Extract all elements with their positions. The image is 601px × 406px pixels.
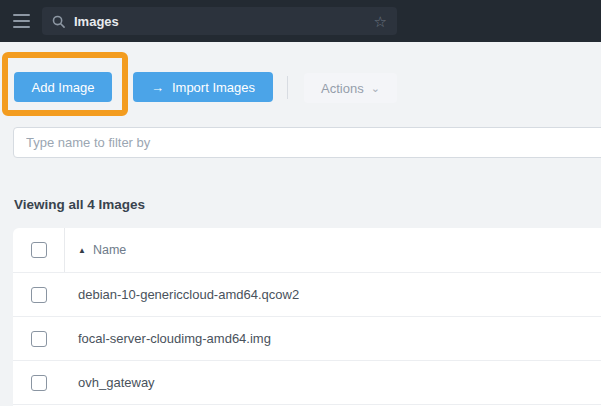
global-search-input[interactable] — [74, 14, 374, 29]
top-navbar: ☆ — [0, 0, 601, 42]
table-row[interactable]: debian-10-genericcloud-amd64.qcow2 — [13, 272, 601, 316]
global-search-bar[interactable]: ☆ — [42, 7, 397, 35]
row-checkbox[interactable] — [31, 375, 47, 391]
add-image-button[interactable]: Add Image — [14, 72, 112, 102]
import-images-button[interactable]: → Import Images — [133, 72, 273, 102]
image-name: ovh_gateway — [78, 375, 155, 390]
images-table: ▲ Name debian-10-genericcloud-amd64.qcow… — [13, 228, 601, 406]
add-image-label: Add Image — [32, 80, 95, 95]
search-icon — [52, 15, 65, 28]
image-name: debian-10-genericcloud-amd64.qcow2 — [78, 287, 299, 302]
row-checkbox[interactable] — [31, 331, 47, 347]
images-page: ☆ Add Image → Import Images Actions ⌄ Vi… — [0, 0, 601, 406]
menu-icon[interactable] — [13, 10, 30, 32]
actions-dropdown-button[interactable]: Actions ⌄ — [304, 73, 397, 103]
import-images-label: Import Images — [172, 80, 255, 95]
image-name: focal-server-cloudimg-amd64.img — [78, 331, 271, 346]
row-checkbox[interactable] — [31, 287, 47, 303]
table-header-row: ▲ Name — [13, 228, 601, 272]
star-icon[interactable]: ☆ — [374, 14, 387, 29]
actions-label: Actions — [321, 81, 364, 96]
table-row[interactable]: ovh_gateway — [13, 360, 601, 404]
table-row[interactable]: focal-server-cloudimg-amd64.img — [13, 316, 601, 360]
results-summary: Viewing all 4 Images — [14, 197, 145, 212]
name-filter-input[interactable] — [13, 127, 601, 158]
select-all-checkbox[interactable] — [31, 242, 47, 258]
column-header-name[interactable]: Name — [93, 243, 126, 257]
import-arrow-icon: → — [151, 81, 164, 94]
toolbar-divider — [287, 76, 288, 99]
chevron-down-icon: ⌄ — [371, 85, 380, 92]
sort-asc-icon[interactable]: ▲ — [78, 246, 86, 255]
